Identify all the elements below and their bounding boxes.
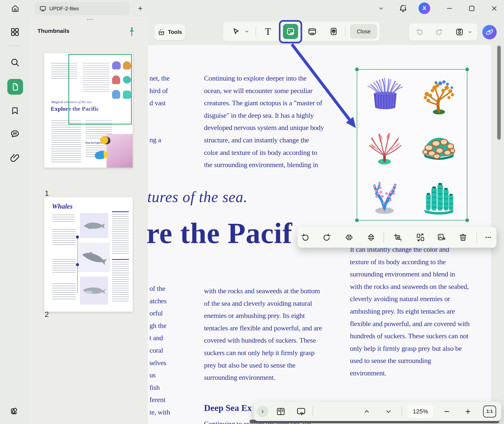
ai-sparkle-icon xyxy=(482,25,497,39)
doc-text-line: of the xyxy=(149,282,170,295)
link-tool[interactable] xyxy=(306,25,318,37)
doc-text-line: orful xyxy=(149,307,170,320)
zoom-out-button[interactable] xyxy=(441,406,452,417)
chevron-down-icon xyxy=(385,408,392,415)
doc-text-line: creatures. The giant octopus is a "maste… xyxy=(204,97,324,109)
tools-icon xyxy=(158,28,165,36)
save-icon xyxy=(455,28,464,36)
maximize-button[interactable] xyxy=(467,4,477,13)
save-options-chevron[interactable] xyxy=(466,28,474,36)
more-options-button[interactable]: ••• xyxy=(483,231,495,243)
close-icon xyxy=(491,5,497,12)
window-titlebar: UPDF-2-files + X xyxy=(0,0,504,17)
search-icon xyxy=(10,58,20,67)
bookmark-icon xyxy=(10,106,20,115)
selection-handle-top-right[interactable] xyxy=(465,68,469,71)
home-icon xyxy=(11,4,19,12)
flip-vertical-button[interactable] xyxy=(365,231,377,243)
pin-icon xyxy=(128,27,136,37)
tab-list-chevron-button[interactable] xyxy=(377,4,385,12)
doc-text-line: ambushing prey. Its eight tentacles are xyxy=(350,305,470,318)
reading-mode-button[interactable] xyxy=(275,405,287,418)
delete-image-button[interactable] xyxy=(457,231,469,243)
crop-button[interactable] xyxy=(392,231,404,243)
doc-left-fragments-top: net, thehird ofd vast xyxy=(149,72,170,109)
home-button[interactable] xyxy=(10,4,20,13)
minimize-icon xyxy=(446,5,453,12)
new-tab-button[interactable]: + xyxy=(136,4,145,13)
close-edit-button[interactable]: Close xyxy=(350,24,377,39)
previous-page-button[interactable] xyxy=(361,406,372,417)
rotate-right-button[interactable] xyxy=(321,231,333,243)
notifications-button[interactable] xyxy=(398,4,408,13)
thumb1-viewport-rect[interactable] xyxy=(68,54,132,125)
pin-button[interactable] xyxy=(127,26,137,38)
selection-handle-top-left[interactable] xyxy=(355,68,359,71)
document-tab[interactable]: UPDF-2-files xyxy=(35,2,129,15)
thumb2-text-block xyxy=(52,259,76,273)
doc-text-line: only help it firmly grasp prey but also … xyxy=(350,342,470,355)
thumb2-timeline-dot xyxy=(76,235,79,238)
swatches-icon xyxy=(9,405,20,416)
actual-size-button[interactable]: 1:1 xyxy=(483,406,496,417)
redo-button[interactable] xyxy=(433,27,445,37)
chevron-down-icon xyxy=(378,6,384,11)
annotation-place-tool[interactable] xyxy=(328,25,340,37)
doc-paragraph-right: It can instantly change the color andtex… xyxy=(350,243,470,380)
zoom-in-button[interactable] xyxy=(462,406,474,417)
location-card-icon xyxy=(329,27,338,36)
doc-text-line: fish xyxy=(149,381,170,394)
selection-handle-bottom-left[interactable] xyxy=(355,218,359,222)
select-tool-chevron[interactable] xyxy=(243,28,251,35)
doc-text-line: ocean, we will encounter some peculiar xyxy=(204,85,324,97)
flip-horizontal-icon xyxy=(344,233,354,242)
avatar[interactable]: X xyxy=(419,2,430,14)
doc-text-line: disguise" in the deep sea. It has a high… xyxy=(204,109,324,122)
expand-panel-button[interactable] xyxy=(257,406,268,417)
thumb1-fish xyxy=(100,136,110,144)
tools-button[interactable]: Tools xyxy=(155,24,185,40)
doc-text-line: color and texture of its body according … xyxy=(204,146,324,159)
thumbnail-page-1[interactable]: Magical creatures of the sea. Explore th… xyxy=(44,53,133,168)
doc-text-line: flexible and powerful, and are covered w… xyxy=(350,318,470,330)
thumb2-timeline-dot xyxy=(76,263,79,266)
doc-text-line: Continuing to explore deeper into the xyxy=(204,72,324,85)
updf-app-window: UPDF-2-files + X xyxy=(0,0,504,424)
thumb2-text-block xyxy=(112,262,129,302)
minimize-button[interactable] xyxy=(444,4,455,13)
export-image-button[interactable] xyxy=(436,231,448,243)
doc-text-line: hundreds of suckers. These suckers can n… xyxy=(350,330,470,342)
rotate-left-button[interactable] xyxy=(299,231,311,243)
next-page-button[interactable] xyxy=(383,406,394,417)
close-window-button[interactable] xyxy=(489,4,499,13)
undo-button[interactable] xyxy=(414,27,426,37)
presentation-mode-button[interactable] xyxy=(295,405,307,418)
selection-handle-bottom-right[interactable] xyxy=(465,218,469,222)
chevron-down-icon xyxy=(468,30,472,34)
thumb2-text-block xyxy=(52,229,76,246)
doc-text-line: ferent xyxy=(149,394,170,406)
rail-item-search[interactable] xyxy=(9,56,21,68)
selected-image[interactable] xyxy=(357,69,467,221)
vertical-scrollbar-thumb[interactable] xyxy=(497,46,501,140)
redo-icon xyxy=(435,28,443,36)
rail-item-comments[interactable] xyxy=(9,128,21,140)
rail-item-attachments[interactable] xyxy=(9,152,21,164)
ai-assistant-button[interactable] xyxy=(482,25,497,39)
doc-text-line: tentacles are flexible and powerful, and… xyxy=(204,322,322,334)
flip-horizontal-button[interactable] xyxy=(343,231,355,243)
toolbar-divider xyxy=(401,406,402,417)
select-tool[interactable] xyxy=(229,26,241,37)
replace-image-button[interactable] xyxy=(414,231,426,243)
panel-drag-handle[interactable]: ••• xyxy=(84,17,97,22)
zoom-level-button[interactable]: 125% xyxy=(407,405,433,418)
rail-item-bookmarks[interactable] xyxy=(9,105,21,117)
text-tool[interactable]: T xyxy=(262,25,274,37)
rail-item-thumbnails[interactable] xyxy=(7,79,23,95)
rail-item-swatches[interactable] xyxy=(9,404,21,416)
doc-text-line: used to sense the surrounding xyxy=(350,355,470,367)
thumbnail-page-2[interactable]: Whales xyxy=(44,197,133,312)
rail-item-grid[interactable] xyxy=(9,26,21,38)
rotate-left-icon xyxy=(301,233,310,242)
save-button[interactable] xyxy=(454,27,465,37)
